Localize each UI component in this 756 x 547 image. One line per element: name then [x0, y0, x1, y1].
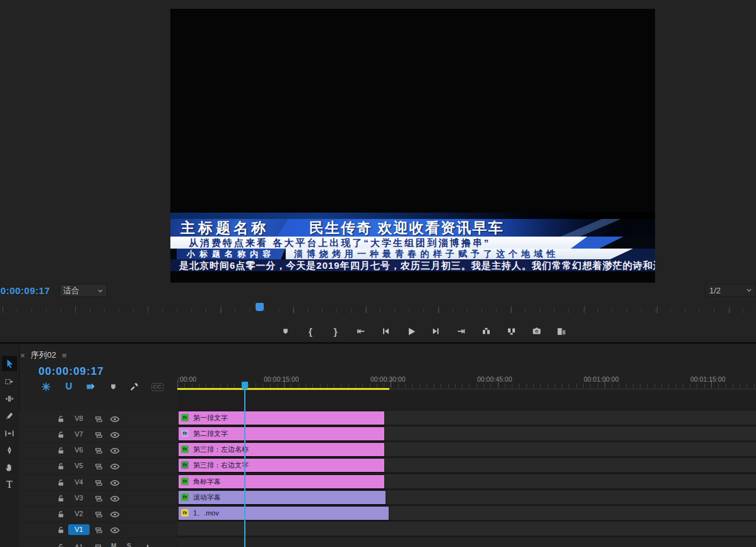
close-panel-icon[interactable]: × [20, 351, 25, 360]
track-lock-icon[interactable] [56, 445, 66, 456]
chevron-down-icon [746, 287, 752, 293]
timeline-settings-wrench-icon[interactable] [127, 380, 141, 394]
add-marker-button[interactable] [278, 324, 293, 339]
track-lane[interactable]: fx第三排：右边文字 [177, 458, 756, 474]
mute-button[interactable]: M [111, 543, 116, 547]
track-target-button[interactable]: V7 [68, 429, 90, 440]
track-select-forward-tool[interactable] [2, 374, 17, 389]
track-lock-icon[interactable] [56, 525, 66, 535]
zoom-level-select[interactable]: 适合 [59, 284, 107, 297]
zoom-level-value: 适合 [63, 285, 80, 297]
timeline-clip[interactable]: fx1、.mov [179, 507, 389, 520]
timeline-clip[interactable]: fx第一排文字 [179, 411, 384, 425]
sync-lock-icon[interactable] [93, 445, 103, 456]
sync-lock-icon[interactable] [93, 478, 103, 488]
add-marker-icon[interactable] [106, 380, 120, 394]
sync-lock-icon[interactable] [93, 461, 103, 471]
voiceover-mic-icon[interactable] [143, 543, 153, 547]
track-lane[interactable]: fx第二排文字 [177, 426, 756, 442]
track-target-button[interactable]: V6 [68, 445, 90, 456]
razor-tool[interactable] [2, 408, 17, 423]
track-output-eye-icon[interactable] [110, 478, 120, 488]
track-target-button[interactable]: V8 [68, 413, 90, 424]
track-lock-icon[interactable] [56, 493, 66, 503]
track-lock-icon[interactable] [56, 509, 66, 519]
mark-out-button[interactable]: } [328, 324, 343, 339]
track-target-button[interactable]: V5 [68, 461, 90, 471]
extract-button[interactable] [504, 324, 519, 339]
track-lock-icon[interactable] [56, 542, 66, 547]
hand-tool[interactable] [2, 460, 17, 475]
sync-lock-icon[interactable] [93, 493, 103, 503]
go-to-out-button[interactable]: ⇥ [454, 324, 469, 339]
mini-timeline-major-ticks [3, 306, 756, 313]
playhead-handle[interactable] [242, 382, 248, 389]
track-output-eye-icon[interactable] [110, 430, 120, 440]
track-lock-icon[interactable] [56, 414, 66, 424]
track-output-eye-icon[interactable] [110, 509, 120, 519]
go-to-in-button[interactable]: ⇤ [353, 324, 368, 339]
comparison-view-button[interactable] [554, 324, 569, 339]
track-target-button[interactable]: V2 [68, 509, 90, 519]
track-output-eye-icon[interactable] [110, 525, 120, 535]
fx-badge: fx [181, 414, 189, 421]
captions-icon[interactable]: CC [150, 380, 164, 394]
export-frame-button[interactable] [529, 324, 544, 339]
step-forward-button[interactable] [428, 324, 444, 339]
timeline-clip[interactable]: fx滚动字幕 [179, 491, 386, 504]
panel-menu-icon[interactable]: ≡ [62, 351, 67, 360]
playback-resolution-select[interactable]: 1/2 [706, 284, 756, 297]
track-output-eye-icon[interactable] [110, 445, 120, 456]
monitor-playhead-handle[interactable] [256, 303, 264, 311]
sync-lock-icon[interactable] [93, 525, 103, 535]
slip-tool[interactable] [2, 426, 17, 441]
track-lock-icon[interactable] [56, 478, 66, 488]
nest-insert-toggle-icon[interactable] [39, 380, 53, 394]
timeline-clip[interactable]: fx第三排：右边文字 [179, 459, 384, 472]
timeline-panel: T × 序列02 ≡ 00:00:09:17 CC :00:0000:00:15… [0, 344, 756, 547]
sync-lock-icon[interactable] [93, 430, 103, 440]
sequence-tab[interactable]: 序列02 [31, 350, 56, 361]
linked-selection-icon[interactable] [83, 380, 97, 394]
sync-lock-icon[interactable] [93, 542, 103, 547]
clip-label: 第三排：左边名称 [193, 443, 249, 456]
play-button[interactable] [403, 324, 418, 339]
track-target-button[interactable]: A1 [68, 542, 90, 547]
selection-tool[interactable] [2, 356, 17, 371]
headline-text: 民生传奇 欢迎收看资讯早车 [309, 219, 504, 237]
ripple-edit-tool[interactable] [2, 391, 17, 406]
step-back-button[interactable] [378, 324, 393, 339]
track-target-button[interactable]: V4 [68, 477, 90, 488]
track-lock-icon[interactable] [56, 461, 66, 471]
audio-track-lane[interactable] [177, 538, 756, 547]
mark-in-button[interactable]: { [303, 324, 318, 339]
track-output-eye-icon[interactable] [110, 493, 120, 503]
snap-toggle-icon[interactable] [62, 380, 76, 394]
monitor-timecode[interactable]: 00:00:09:17 [0, 285, 50, 296]
sync-lock-icon[interactable] [93, 414, 103, 424]
track-output-eye-icon[interactable] [110, 461, 120, 471]
timeline-ruler[interactable]: :00:0000:00:15:0000:00:30:0000:00:45:000… [177, 372, 756, 388]
track-headers: V8V7V6V5V4V3V2V1A1MS [19, 411, 177, 547]
lift-button[interactable] [479, 324, 494, 339]
track-lane[interactable]: fx第一排文字 [177, 411, 756, 426]
pen-tool[interactable] [2, 443, 17, 458]
track-target-button[interactable]: V3 [68, 493, 90, 503]
timeline-clip[interactable]: fx角标字幕 [179, 475, 384, 488]
track-lane[interactable]: fx第三排：左边名称 [177, 442, 756, 458]
track-lock-icon[interactable] [56, 430, 66, 440]
track-lane[interactable]: fx滚动字幕 [177, 490, 756, 506]
track-target-button[interactable]: V1 [68, 524, 90, 535]
type-tool[interactable]: T [2, 477, 17, 492]
timeline-clip[interactable]: fx第二排文字 [179, 427, 384, 440]
monitor-mini-timeline[interactable] [0, 302, 756, 315]
timeline-clip[interactable]: fx第三排：左边名称 [179, 443, 384, 456]
solo-button[interactable]: S [127, 543, 131, 547]
timeline-timecode[interactable]: 00:00:09:17 [38, 365, 104, 378]
track-lane[interactable] [177, 522, 756, 538]
sync-lock-icon[interactable] [93, 509, 103, 519]
track-lane[interactable]: fx1、.mov [177, 506, 756, 522]
track-header-row: V7 [19, 426, 177, 443]
track-output-eye-icon[interactable] [110, 414, 120, 424]
track-lane[interactable]: fx角标字幕 [177, 474, 756, 490]
